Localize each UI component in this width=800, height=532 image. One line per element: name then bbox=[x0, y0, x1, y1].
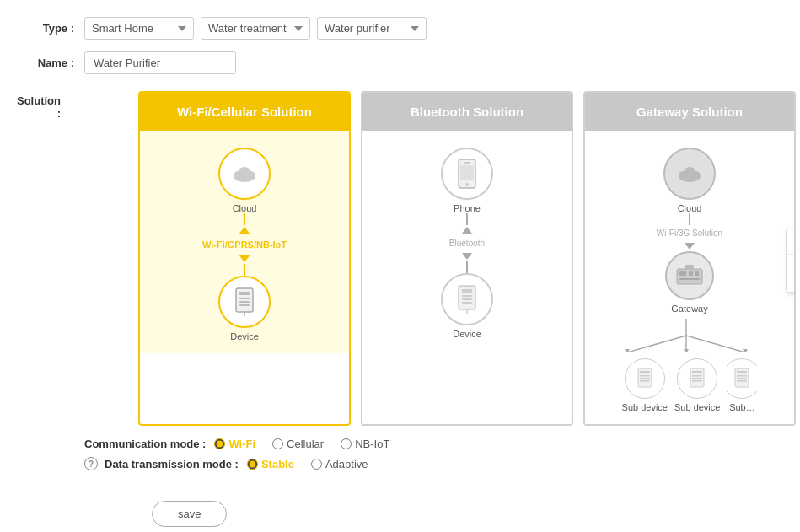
cloud-icon bbox=[230, 164, 259, 184]
branch-lines-svg bbox=[593, 319, 779, 352]
gateway-solution-body: Cloud Wi-Fi/3G Solution bbox=[585, 131, 794, 424]
sub-device-2-circle bbox=[677, 358, 717, 399]
bluetooth-solution-card[interactable]: Bluetooth Solution bbox=[361, 91, 573, 426]
save-row: save bbox=[84, 486, 783, 527]
sub-devices-row: Sub device bbox=[593, 358, 786, 412]
type-controls: Smart HomeIndustrialCommercial Water tre… bbox=[84, 17, 427, 40]
nbiott-radio-option[interactable]: NB-IoT bbox=[341, 438, 389, 450]
wifi-radio-option[interactable]: Wi-Fi bbox=[214, 438, 255, 450]
gw-line1 bbox=[689, 213, 690, 225]
stable-radio[interactable] bbox=[247, 459, 258, 470]
water-purifier-select[interactable]: Water purifierWater heaterWater softener bbox=[317, 17, 427, 40]
gateway-solution-card[interactable]: Gateway Solution Cl bbox=[583, 91, 796, 426]
comm-mode-label: Communication mode : bbox=[84, 438, 206, 450]
bluetooth-solution-header: Bluetooth Solution bbox=[362, 93, 572, 131]
nbiot-radio[interactable] bbox=[341, 438, 352, 449]
type-row: Type : Smart HomeIndustrialCommercial Wa… bbox=[17, 17, 783, 40]
cellular-radio[interactable] bbox=[272, 438, 283, 449]
gw-cloud-icon bbox=[675, 164, 704, 184]
tooltip-box: Project Online consultation bbox=[786, 228, 796, 293]
water-treatment-select[interactable]: Water treatmentAir treatmentLighting bbox=[201, 17, 310, 40]
device-icon bbox=[233, 287, 256, 317]
svg-rect-15 bbox=[462, 289, 472, 293]
bt-arrow-up bbox=[462, 227, 472, 234]
svg-rect-25 bbox=[679, 271, 686, 276]
svg-rect-39 bbox=[640, 378, 650, 379]
svg-rect-26 bbox=[689, 271, 693, 276]
cellular-radio-option[interactable]: Cellular bbox=[272, 438, 324, 450]
gw-arrow1 bbox=[685, 243, 695, 250]
wifi-radio[interactable] bbox=[214, 438, 225, 449]
line-down bbox=[244, 264, 245, 276]
adaptive-radio[interactable] bbox=[311, 459, 322, 470]
svg-point-12 bbox=[465, 183, 469, 186]
device-label: Device bbox=[230, 331, 259, 341]
svg-rect-45 bbox=[692, 380, 702, 382]
bt-device-node: Device bbox=[441, 273, 493, 339]
sub-device-1-label: Sub device bbox=[622, 402, 668, 412]
wifi-connection-label: Wi-Fi/GPRS/NB-IoT bbox=[202, 239, 287, 250]
data-mode-label: Data transmission mode : bbox=[105, 458, 239, 470]
wifi-solution-card[interactable]: Wi-Fi/Cellular Solution bbox=[138, 91, 351, 426]
smart-home-select[interactable]: Smart HomeIndustrialCommercial bbox=[84, 17, 194, 40]
bt-line-down bbox=[466, 261, 468, 273]
svg-rect-38 bbox=[640, 375, 650, 377]
svg-rect-27 bbox=[695, 271, 699, 276]
sub-device-1-circle bbox=[625, 358, 665, 399]
sub-device-1: Sub device bbox=[622, 358, 668, 412]
phone-label: Phone bbox=[454, 203, 481, 213]
svg-rect-5 bbox=[239, 292, 250, 295]
phone-circle bbox=[441, 148, 493, 200]
gateway-label: Gateway bbox=[671, 304, 707, 314]
phone-icon bbox=[458, 159, 476, 189]
sub-device-3-label: Sub… bbox=[729, 402, 755, 412]
svg-rect-50 bbox=[737, 380, 747, 382]
sub-device-2: Sub device bbox=[674, 358, 720, 412]
solution-label: Solution : bbox=[17, 86, 71, 120]
gw-cloud-circle bbox=[663, 148, 716, 200]
svg-rect-24 bbox=[677, 269, 702, 284]
svg-rect-44 bbox=[692, 378, 702, 379]
type-label: Type : bbox=[17, 22, 84, 35]
arrow-down bbox=[239, 255, 250, 262]
svg-rect-37 bbox=[640, 371, 650, 373]
sub-device-3-circle bbox=[727, 358, 757, 399]
sub-device-1-icon bbox=[637, 368, 652, 390]
phone-node: Phone bbox=[441, 148, 493, 213]
cloud-circle bbox=[218, 148, 271, 200]
adaptive-radio-option[interactable]: Adaptive bbox=[311, 458, 368, 470]
name-label: Name : bbox=[17, 56, 84, 69]
svg-rect-8 bbox=[239, 304, 250, 306]
arrow-up bbox=[239, 227, 250, 234]
solutions-container: Wi-Fi/Cellular Solution bbox=[138, 91, 796, 426]
gw-cloud-label: Cloud bbox=[678, 203, 702, 213]
svg-point-3 bbox=[239, 167, 250, 177]
cloud-label: Cloud bbox=[233, 203, 257, 213]
help-icon: ? bbox=[84, 457, 98, 470]
sub-device-2-icon bbox=[690, 368, 705, 390]
svg-rect-7 bbox=[239, 301, 250, 303]
cloud-node: Cloud bbox=[218, 148, 271, 213]
tooltip-project[interactable]: Project bbox=[787, 228, 796, 255]
tooltip-online-consultation[interactable]: Online consultation bbox=[787, 255, 796, 292]
svg-line-31 bbox=[627, 336, 686, 352]
bt-device-circle bbox=[441, 273, 493, 325]
save-button[interactable]: save bbox=[152, 501, 227, 527]
wifi-diagram: Cloud Wi-Fi/GPRS/NB-IoT bbox=[148, 148, 341, 341]
svg-rect-11 bbox=[464, 162, 470, 164]
svg-rect-13 bbox=[460, 165, 474, 180]
svg-rect-40 bbox=[640, 380, 650, 382]
data-mode-line: ? Data transmission mode : Stable Adapti… bbox=[84, 457, 783, 470]
name-input[interactable] bbox=[84, 51, 236, 74]
bt-device-label: Device bbox=[453, 329, 481, 339]
svg-marker-34 bbox=[684, 349, 689, 352]
gateway-circle bbox=[665, 251, 714, 300]
device-circle bbox=[218, 276, 271, 328]
sub-device-2-label: Sub device bbox=[674, 402, 720, 412]
gateway-solution-header: Gateway Solution bbox=[585, 93, 794, 131]
svg-rect-49 bbox=[737, 378, 747, 379]
comm-mode-line: Communication mode : Wi-Fi Cellular NB-I… bbox=[84, 438, 783, 450]
comm-mode-row: Communication mode : Wi-Fi Cellular NB-I… bbox=[84, 438, 783, 470]
stable-radio-option[interactable]: Stable bbox=[247, 458, 294, 470]
wifi-solution-body: Cloud Wi-Fi/GPRS/NB-IoT bbox=[140, 131, 349, 353]
